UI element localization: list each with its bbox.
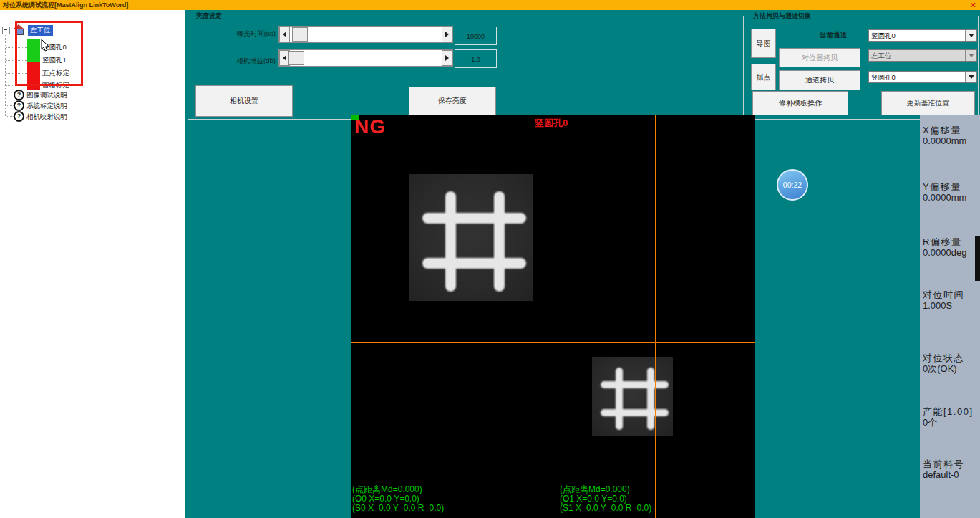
camera-channel-label: 竖圆孔0 xyxy=(535,117,568,130)
recording-timer-badge[interactable]: 00:22 xyxy=(777,169,808,201)
help-icon: ? xyxy=(14,111,24,122)
right-measure-readout: (点距离Md=0.000) (O1 X=0.0 Y=0.0) (S1 X=0.0… xyxy=(560,485,651,513)
dropdown-value: 竖圆孔0 xyxy=(871,32,896,41)
tree-item-image-debug-help[interactable]: 图像调试说明 xyxy=(26,91,67,100)
tree-item-camera-mapping-help[interactable]: 相机映射说明 xyxy=(26,112,67,122)
load-image-button[interactable]: 导图 xyxy=(751,29,776,58)
slider-thumb[interactable] xyxy=(292,27,308,42)
dropdown-value: 竖圆孔0 xyxy=(871,73,896,82)
tree-connector xyxy=(6,95,14,96)
stat-y-offset: Y偏移量 0.0000mm xyxy=(923,181,966,203)
left-measure-readout: (点距离Md=0.000) (O0 X=0.0 Y=0.0) (S0 X=0.0… xyxy=(352,485,444,513)
chevron-down-icon[interactable] xyxy=(965,30,976,41)
readout-line: (S0 X=0.0 Y=0.0 R=0.0) xyxy=(352,504,444,513)
alignment-stats-panel: X偏移量 0.0000mm Y偏移量 0.0000mm R偏移量 0.0000d… xyxy=(920,115,980,518)
title-bar: 对位系统调试流程[MastAlign LinkToWord] ✕ xyxy=(0,0,980,10)
status-bar-green xyxy=(27,39,40,62)
tree-item-grid-calib[interactable]: 宫格标定 xyxy=(42,81,69,90)
target-channel-dropdown[interactable]: 竖圆孔0 xyxy=(868,71,977,83)
mouse-cursor xyxy=(41,39,49,55)
close-icon[interactable]: ✕ xyxy=(970,0,976,10)
tree-connector xyxy=(6,85,27,87)
method-panel-title: 方法拷贝与通道切换 xyxy=(751,11,813,21)
tree-item-five-point-calib[interactable]: 五点标定 xyxy=(42,69,69,78)
camera-view: NG 竖圆孔0 (点距离Md=0.000) (O0 X=0.0 Y=0 xyxy=(351,115,755,518)
home-icon xyxy=(14,24,24,34)
current-channel-dropdown[interactable]: 竖圆孔0 xyxy=(868,29,977,42)
help-icon: ? xyxy=(14,90,24,100)
tree-guide-line xyxy=(5,34,6,116)
brightness-panel-title: 亮度设定 xyxy=(194,11,224,21)
tree-item-system-calib-help[interactable]: 系统标定说明 xyxy=(26,102,67,111)
tree-connector xyxy=(6,105,14,107)
status-bar-red xyxy=(27,62,40,90)
window-title: 对位系统调试流程[MastAlign LinkToWord] xyxy=(3,1,128,10)
slider-right-arrow-icon[interactable] xyxy=(442,50,452,66)
slider-right-arrow-icon[interactable] xyxy=(442,27,452,42)
save-brightness-button[interactable]: 保存亮度 xyxy=(409,87,496,115)
update-reference-button[interactable]: 更新基准位置 xyxy=(881,91,975,115)
navigation-tree: 左工位 竖圆孔0 竖圆孔1 五点标定 宫格标定 ? 图像调试说明 ? 系统标定说… xyxy=(0,10,185,518)
dropdown-value: 左工位 xyxy=(871,52,892,61)
camera-settings-button[interactable]: 相机设置 xyxy=(195,85,293,117)
slider-thumb[interactable] xyxy=(288,51,304,65)
result-status-label: NG xyxy=(354,115,386,138)
stat-current-part: 当前料号 default-0 xyxy=(923,459,964,480)
exposure-slider[interactable] xyxy=(278,26,453,43)
tree-connector xyxy=(6,60,27,62)
exposure-time-label: 曝光时间(us) xyxy=(188,29,276,39)
repair-template-button[interactable]: 修补模板操作 xyxy=(752,91,848,115)
exposure-value: 10000 xyxy=(455,27,497,45)
camera-gain-label: 相机增益(db) xyxy=(188,57,276,66)
main-window: 对位系统调试流程[MastAlign LinkToWord] ✕ 左工位 竖圆孔… xyxy=(0,0,980,518)
stat-x-offset: X偏移量 0.0000mm xyxy=(923,125,966,146)
help-icon: ? xyxy=(14,100,24,111)
channel-copy-button[interactable]: 通道拷贝 xyxy=(779,70,860,90)
method-panel: 方法拷贝与通道切换 导图 抓点 当前通道 对位器拷贝 通道拷贝 竖圆孔0 左工位… xyxy=(747,16,979,120)
chevron-down-icon[interactable] xyxy=(965,72,976,82)
brightness-panel: 亮度设定 曝光时间(us) 10000 相机增益(db) 1.0 相机设置 保存… xyxy=(188,16,744,120)
fiducial-mark-small xyxy=(592,357,673,436)
readout-line: (S1 X=0.0 Y=0.0 R=0.0) xyxy=(560,504,651,513)
fiducial-mark-large xyxy=(409,174,533,301)
station-dropdown[interactable]: 左工位 xyxy=(868,49,977,62)
grab-point-button[interactable]: 抓点 xyxy=(751,64,776,90)
aligner-copy-button[interactable]: 对位器拷贝 xyxy=(779,48,860,67)
timer-value: 00:22 xyxy=(783,181,802,189)
crosshair-vertical-line xyxy=(655,115,656,518)
tree-connector xyxy=(6,116,14,117)
crosshair-horizontal-line xyxy=(351,342,755,343)
tree-item-left-station[interactable]: 左工位 xyxy=(28,25,53,36)
gain-slider[interactable] xyxy=(278,49,453,67)
stat-capacity: 产能[1.00] 0个 xyxy=(923,406,974,428)
tree-item-channel-1[interactable]: 竖圆孔1 xyxy=(42,56,67,65)
slider-left-arrow-icon[interactable] xyxy=(279,27,290,42)
tree-connector xyxy=(6,73,27,75)
gain-value: 1.0 xyxy=(455,49,497,68)
current-channel-label: 当前通道 xyxy=(797,31,869,40)
stat-align-status: 对位状态 0次(OK) xyxy=(923,352,964,374)
stat-align-time: 对位时间 1.000S xyxy=(923,289,964,311)
stat-r-offset: R偏移量 0.0000deg xyxy=(923,236,966,258)
tree-connector xyxy=(6,47,27,49)
chevron-down-icon[interactable] xyxy=(965,50,976,61)
right-edge-scrollbar[interactable] xyxy=(975,236,980,281)
